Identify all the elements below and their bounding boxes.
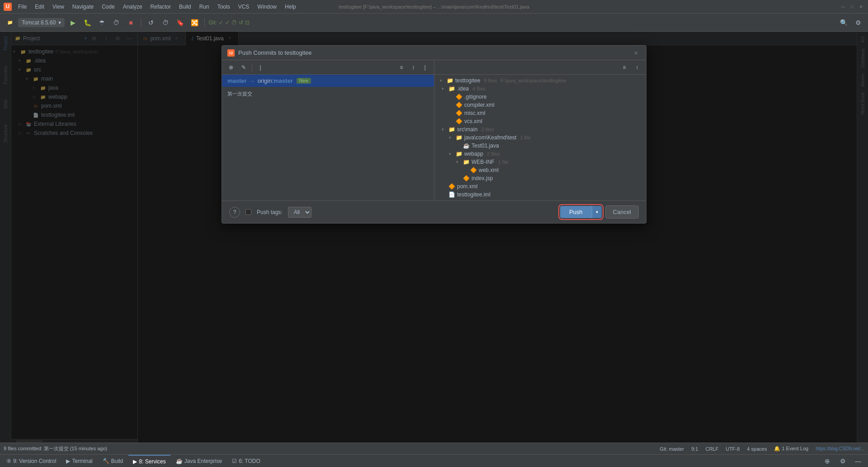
tab-java-enterprise[interactable]: ☕ Java Enterprise bbox=[171, 455, 226, 467]
file-test01-java[interactable]: ☕ Test01.java bbox=[434, 142, 646, 150]
tab-terminal[interactable]: ▶ Terminal bbox=[61, 455, 97, 467]
tab-build[interactable]: 🔨 Build bbox=[98, 455, 128, 467]
file-web-xml[interactable]: 🔶 web.xml bbox=[434, 166, 646, 174]
file-web-xml-icon: 🔶 bbox=[470, 167, 477, 173]
menu-navigate[interactable]: Navigate bbox=[69, 3, 97, 11]
file-root-label: testtogitee bbox=[455, 77, 480, 84]
file-iml[interactable]: 📄 testtogitee.iml bbox=[434, 191, 646, 199]
tab-services[interactable]: ▶ 8: Services bbox=[128, 455, 170, 467]
status-indent[interactable]: 4 spaces bbox=[747, 446, 767, 452]
project-dropdown[interactable]: 📁 bbox=[4, 16, 16, 29]
cancel-button[interactable]: Cancel bbox=[605, 205, 639, 219]
coverage-button[interactable]: ☂ bbox=[95, 16, 108, 29]
push-tags-select[interactable]: All bbox=[288, 207, 311, 218]
run-button[interactable]: ▶ bbox=[66, 16, 79, 29]
menu-view[interactable]: View bbox=[49, 3, 68, 11]
menu-edit[interactable]: Edit bbox=[31, 3, 48, 11]
git-clock: ⏱ bbox=[231, 19, 237, 26]
file-compiler-xml[interactable]: 🔶 compiler.xml bbox=[434, 101, 646, 109]
tab-todo[interactable]: ☑ 6: TODO bbox=[227, 455, 265, 467]
modal-close-button[interactable]: × bbox=[632, 48, 641, 57]
menu-file[interactable]: File bbox=[14, 3, 30, 11]
file-iml-label: testtogitee.iml bbox=[457, 191, 491, 198]
file-idea-count: 4 files bbox=[472, 86, 486, 91]
modal-logo: IJ bbox=[227, 49, 235, 57]
file-gitignore-icon: 🔶 bbox=[455, 94, 462, 100]
maximize-button[interactable]: □ bbox=[849, 4, 855, 10]
file-root[interactable]: ▾ 📁 testtogitee 9 files F:\java_workspac… bbox=[434, 76, 646, 85]
file-root-icon: 📁 bbox=[446, 77, 453, 84]
commit-item-0[interactable]: 第一次提交 bbox=[222, 89, 434, 99]
push-tags-checkbox[interactable] bbox=[245, 209, 251, 215]
bookmark-button[interactable]: 🔖 bbox=[174, 16, 186, 29]
debug-button[interactable]: 🐛 bbox=[81, 16, 94, 29]
menu-refactor[interactable]: Refactor bbox=[147, 3, 175, 11]
file-idea[interactable]: ▾ 📁 .idea 4 files bbox=[434, 85, 646, 93]
file-compiler-label: compiler.xml bbox=[464, 102, 495, 108]
modal-right-expand[interactable]: ≡ bbox=[619, 62, 630, 73]
help-button[interactable]: ? bbox=[229, 207, 240, 218]
run-config-dropdown[interactable]: Tomcat 8.5.60 ▾ bbox=[18, 18, 65, 27]
file-gitignore[interactable]: 🔶 .gitignore bbox=[434, 93, 646, 101]
modal-more-button[interactable]: | bbox=[420, 62, 430, 73]
java-enterprise-label: Java Enterprise bbox=[184, 458, 222, 464]
modal-toolbar-btn3[interactable]: | bbox=[255, 62, 266, 73]
bottom-settings-button[interactable]: ⚙ bbox=[836, 455, 849, 467]
modal-edit-button[interactable]: ✎ bbox=[238, 62, 249, 73]
menu-vcs[interactable]: VCS bbox=[235, 3, 253, 11]
menu-help[interactable]: Help bbox=[281, 3, 300, 11]
profile-button[interactable]: ⏱ bbox=[110, 16, 123, 29]
minimize-button[interactable]: — bbox=[840, 4, 846, 10]
status-git-branch[interactable]: Git: master bbox=[660, 446, 684, 452]
menu-build[interactable]: Build bbox=[175, 3, 195, 11]
file-gitignore-label: .gitignore bbox=[464, 94, 486, 100]
file-webapp[interactable]: ▾ 📁 webapp 2 files bbox=[434, 150, 646, 158]
menu-window[interactable]: Window bbox=[254, 3, 280, 11]
tab-version-control[interactable]: ⑨ 9: Version Control bbox=[2, 455, 61, 467]
bottom-minimize-button[interactable]: — bbox=[852, 455, 864, 467]
file-src-main[interactable]: ▾ 📁 src\main 3 files bbox=[434, 125, 646, 133]
push-tags-label: Push tags: bbox=[257, 209, 283, 215]
close-button[interactable]: ✕ bbox=[858, 4, 864, 10]
status-encoding[interactable]: UTF-8 bbox=[726, 446, 740, 452]
terminal-icon: ▶ bbox=[66, 458, 70, 464]
undo-button[interactable]: ↺ bbox=[145, 16, 157, 29]
terminal-label: Terminal bbox=[72, 458, 92, 464]
file-web-inf[interactable]: ▾ 📁 WEB-INF 1 file bbox=[434, 158, 646, 166]
run-config-label: Tomcat 8.5.60 bbox=[22, 19, 56, 26]
file-misc-icon: 🔶 bbox=[455, 110, 462, 116]
menu-tools[interactable]: Tools bbox=[214, 3, 234, 11]
modal-right-sort[interactable]: ↕ bbox=[632, 62, 642, 73]
push-commits-modal: IJ Push Commits to testtogitee × ⊕ ✎ | ≡… bbox=[222, 45, 646, 224]
push-button[interactable]: Push bbox=[560, 206, 592, 218]
git-undo: ↺ bbox=[239, 19, 243, 26]
settings-button[interactable]: ⚙ bbox=[852, 16, 864, 29]
search-everywhere-button[interactable]: 🔍 bbox=[837, 16, 850, 29]
file-java-test-arrow: ▾ bbox=[449, 135, 453, 140]
push-dropdown-button[interactable]: ▾ bbox=[592, 206, 602, 218]
modal-title: Push Commits to testtogitee bbox=[238, 49, 628, 56]
menu-code[interactable]: Code bbox=[98, 3, 118, 11]
file-index-jsp[interactable]: 🔶 index.jsp bbox=[434, 174, 646, 182]
file-vcs-xml[interactable]: 🔶 vcs.xml bbox=[434, 117, 646, 125]
menu-run[interactable]: Run bbox=[196, 3, 213, 11]
modal-overlay: IJ Push Commits to testtogitee × ⊕ ✎ | ≡… bbox=[0, 32, 868, 443]
menu-analyze[interactable]: Analyze bbox=[119, 3, 146, 11]
modal-expand-button[interactable]: ≡ bbox=[396, 62, 407, 73]
modal-add-button[interactable]: ⊕ bbox=[226, 62, 236, 73]
file-misc-xml[interactable]: 🔶 misc.xml bbox=[434, 109, 646, 117]
branch-row[interactable]: master → origin:master New bbox=[222, 75, 434, 87]
history-button[interactable]: ⏱ bbox=[159, 16, 172, 29]
modal-sort-button[interactable]: ↕ bbox=[408, 62, 419, 73]
branch-local: master bbox=[227, 77, 247, 84]
status-event-log[interactable]: 🔔 1 Event Log bbox=[774, 446, 808, 452]
file-vcs-label: vcs.xml bbox=[464, 118, 482, 124]
file-pom-xml[interactable]: 🔶 pom.xml bbox=[434, 182, 646, 191]
vcs-button[interactable]: 🔀 bbox=[188, 16, 201, 29]
push-button-group: Push ▾ bbox=[560, 206, 602, 218]
git-check1: ✓ bbox=[219, 19, 223, 26]
file-java-test[interactable]: ▾ 📁 java\com\Keafmd\test 1 file bbox=[434, 133, 646, 142]
stop-button[interactable]: ■ bbox=[124, 16, 137, 29]
bottom-add-button[interactable]: ⊕ bbox=[821, 455, 834, 467]
status-line-ending[interactable]: CRLF bbox=[705, 446, 718, 452]
